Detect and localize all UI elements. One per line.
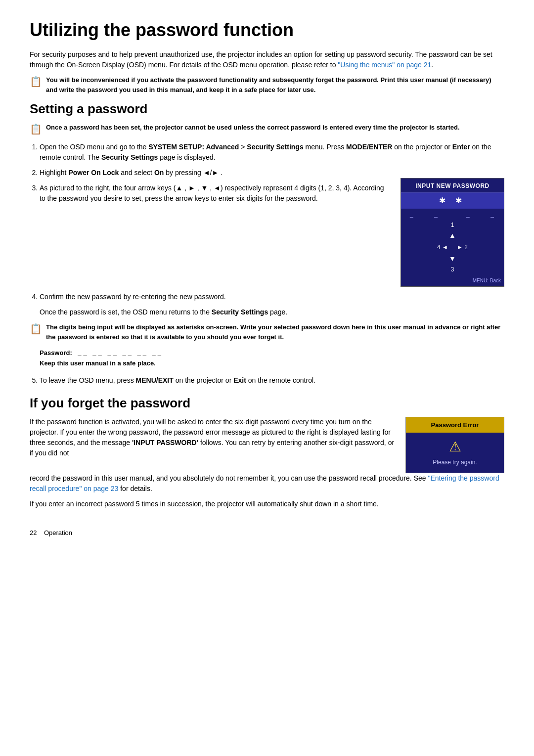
step-2-on: On xyxy=(154,169,164,177)
forget-para3: If you enter an incorrect password 5 tim… xyxy=(30,499,504,509)
footer-section: Operation xyxy=(44,529,72,536)
footer-page-number: 22 xyxy=(30,529,37,536)
note-icon-3: 📋 xyxy=(30,323,42,335)
ped-body: ⚠ Please try again. xyxy=(406,433,504,473)
ped-title: Password Error xyxy=(406,417,504,433)
step-4: Confirm the new password by re-entering … xyxy=(40,292,504,302)
ipd-down-arrow: ▼ xyxy=(401,254,504,264)
step-5-bold-1: MENU/EXIT xyxy=(136,376,174,384)
ipd-menu-back: MENU: Back xyxy=(401,275,504,286)
password-label: Password: xyxy=(40,349,72,356)
password-fields: Password: __ __ __ __ __ __ xyxy=(40,349,504,356)
step-3: As pictured to the right, the four arrow… xyxy=(40,183,504,287)
after-step4-text: Once the password is set, the OSD menu r… xyxy=(40,307,504,317)
page-footer: 22 Operation xyxy=(30,529,504,536)
security-settings-bold: Security Settings xyxy=(212,308,268,316)
step-2-bold-1: Power On Lock xyxy=(68,169,119,177)
note-icon: 📋 xyxy=(30,76,42,88)
forget-password-title: If you forget the password xyxy=(30,396,504,411)
page-title: Utilizing the password function xyxy=(30,20,504,41)
steps-list: Open the OSD menu and go to the SYSTEM S… xyxy=(40,142,504,302)
ipd-up-arrow: ▲ xyxy=(401,230,504,241)
step-1-bold-5: Security Settings xyxy=(101,153,158,161)
step-1-bold-3: MODE/ENTER xyxy=(346,143,392,151)
password-blanks: __ __ __ __ __ __ xyxy=(74,349,163,356)
ipd-dashes: _ _ _ _ xyxy=(401,209,504,220)
step-5: To leave the OSD menu, press MENU/EXIT o… xyxy=(40,375,504,386)
ipd-middle: 4 ◄ ► 2 xyxy=(401,241,504,254)
ipd-right-arrow: ► 2 xyxy=(457,243,468,252)
warning-note-text: You will be inconvenienced if you activa… xyxy=(46,75,504,94)
intro-link[interactable]: "Using the menus" on page 21 xyxy=(338,61,431,69)
ped-icon: ⚠ xyxy=(408,439,502,455)
ipd-num4: 4 ◄ xyxy=(437,243,448,252)
intro-paragraph: For security purposes and to help preven… xyxy=(30,49,504,70)
step-5-text: To leave the OSD menu, press MENU/EXIT o… xyxy=(40,376,315,384)
password-set-note-text: Once a password has been set, the projec… xyxy=(46,123,460,133)
step-5-bold-2: Exit xyxy=(233,376,246,384)
password-set-note-box: 📋 Once a password has been set, the proj… xyxy=(30,123,504,135)
ipd-num1: 1 xyxy=(401,220,504,230)
forget-para2: record the password in this user manual,… xyxy=(30,473,504,494)
step-2: Highlight Power On Lock and select On by… xyxy=(40,168,504,178)
forget-section: Password Error ⚠ Please try again. If th… xyxy=(30,417,504,473)
digits-note-box: 📋 The digits being input will be display… xyxy=(30,322,504,342)
ipd-num3: 3 xyxy=(401,264,504,275)
keep-safe-text: Keep this user manual in a safe place. xyxy=(40,358,504,368)
note-icon-2: 📋 xyxy=(30,123,42,135)
input-new-password-diagram: INPUT NEW PASSWORD ✱ ✱ _ _ _ _ 1 ▲ 4 ◄ ►… xyxy=(400,178,504,287)
step-1: Open the OSD menu and go to the SYSTEM S… xyxy=(40,142,504,163)
password-error-diagram: Password Error ⚠ Please try again. xyxy=(405,417,504,473)
step-1-text: Open the OSD menu and go to the SYSTEM S… xyxy=(40,143,491,161)
step-1-bold-2: Security Settings xyxy=(247,143,303,151)
step-2-text: Highlight Power On Lock and select On by… xyxy=(40,169,222,177)
warning-note-box: 📋 You will be inconvenienced if you acti… xyxy=(30,75,504,94)
setting-password-title: Setting a password xyxy=(30,101,504,117)
step-1-bold-1: SYSTEM SETUP: Advanced xyxy=(148,143,239,151)
ipd-title: INPUT NEW PASSWORD xyxy=(401,178,504,193)
step5-list: To leave the OSD menu, press MENU/EXIT o… xyxy=(40,375,504,386)
ipd-stars: ✱ ✱ xyxy=(401,193,504,209)
step-4-text: Confirm the new password by re-entering … xyxy=(40,293,226,301)
forget-para1-bold: 'INPUT PASSWORD' xyxy=(132,439,198,446)
ped-body-text: Please try again. xyxy=(408,459,502,466)
step-1-bold-4: Enter xyxy=(452,143,470,151)
step-3-text: As pictured to the right, the four arrow… xyxy=(40,183,391,204)
digits-note-text: The digits being input will be displayed… xyxy=(46,322,504,342)
